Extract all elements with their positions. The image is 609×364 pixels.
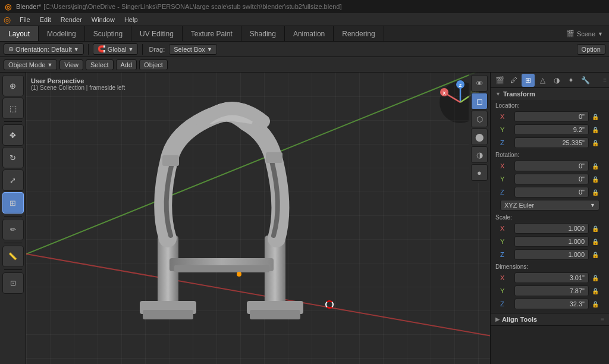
location-label: Location: [495, 102, 604, 110]
object-mode-btn[interactable]: Object Mode ▼ [4, 59, 57, 70]
viewport-display-btn[interactable]: 👁 [471, 75, 488, 92]
tab-shading[interactable]: Shading [241, 26, 285, 41]
add-label: Add [121, 61, 133, 68]
scene-icon: 🎬 [566, 30, 575, 37]
scale-x-row: X 1.000 🔒 [495, 222, 604, 235]
dim-x-lock-icon[interactable]: 🔒 [591, 274, 599, 282]
rpanel-mesh-btn[interactable]: △ [536, 74, 549, 87]
location-y-lock-icon[interactable]: 🔒 [591, 125, 599, 134]
rotation-y-input[interactable]: 0" [514, 174, 589, 184]
rpanel-object-btn[interactable]: ⊞ [522, 74, 535, 87]
rpanel-physics-btn[interactable]: 🔧 [579, 74, 592, 87]
chevron-down-icon: ▼ [590, 202, 595, 208]
svg-point-10 [237, 272, 241, 277]
rpanel-material-btn[interactable]: ◑ [550, 74, 563, 87]
scale-x-input[interactable]: 1.000 [514, 223, 589, 234]
option-btn[interactable]: Option [577, 44, 605, 55]
tab-layout[interactable]: Layout [0, 26, 39, 41]
dim-x-value[interactable]: 3.01" [514, 272, 589, 283]
dim-y-value[interactable]: 7.87" [514, 285, 589, 296]
rpanel-view-btn[interactable]: 🖊 [507, 74, 520, 87]
rotation-z-lock-icon[interactable]: 🔒 [591, 188, 599, 196]
menu-edit[interactable]: Edit [36, 15, 55, 24]
select-tool-btn[interactable]: ⬚ [2, 98, 24, 119]
location-y-row: Y 9.2" 🔒 [495, 123, 604, 136]
viewport-wireframe-btn[interactable]: ⬡ [471, 111, 488, 127]
annotate-tool-btn[interactable]: ✏ [2, 219, 24, 240]
menu-window[interactable]: Window [87, 15, 119, 24]
left-toolbar: ⊕ ⬚ ✥ ↻ ⤢ ⊞ ✏ 📏 ⊡ [0, 73, 26, 364]
tab-sculpting[interactable]: Sculpting [85, 26, 131, 41]
location-y-input[interactable]: 9.2" [514, 124, 589, 135]
dim-y-lock-icon[interactable]: 🔒 [591, 287, 599, 295]
object-label: Object [144, 61, 163, 68]
svg-rect-9 [174, 265, 269, 272]
3d-object [122, 99, 348, 338]
menu-render[interactable]: Render [56, 15, 86, 24]
viewport[interactable]: User Perspective (1) Scene Collection | … [26, 73, 490, 364]
view-menu-btn[interactable]: View [59, 59, 83, 70]
location-z-input[interactable]: 25.335" [514, 137, 589, 148]
dx-label: X [500, 274, 512, 281]
view-header: Object Mode ▼ View Select Add Object [0, 57, 609, 73]
rotation-y-lock-icon[interactable]: 🔒 [591, 175, 599, 183]
scale-z-lock-icon[interactable]: 🔒 [591, 250, 599, 259]
viewport-solid-btn[interactable]: ⬤ [471, 128, 488, 145]
blender-menu-logo[interactable]: ◎ [4, 15, 11, 24]
menu-file[interactable]: File [15, 15, 34, 24]
scale-y-lock-icon[interactable]: 🔒 [591, 237, 599, 246]
snap-btn[interactable]: 🧲 Global ▼ [93, 43, 139, 55]
cursor-tool-btn[interactable]: ⊕ [2, 75, 24, 96]
object-menu-btn[interactable]: Object [139, 59, 168, 70]
rotation-x-input[interactable]: 0" [514, 161, 589, 171]
tab-uv-editing[interactable]: UV Editing [131, 26, 183, 41]
add-menu-btn[interactable]: Add [116, 59, 137, 70]
chevron-down-icon: ▼ [207, 46, 212, 52]
global-orientation-btn[interactable]: ⊕ Orientation: Default ▼ [4, 43, 84, 55]
measure-tool-btn[interactable]: 📏 [2, 246, 24, 267]
rotation-mode-dropdown[interactable]: XYZ Euler ▼ [500, 200, 599, 211]
scale-z-input[interactable]: 1.000 [514, 249, 589, 260]
scale-y-input[interactable]: 1.000 [514, 236, 589, 247]
sx-label: X [500, 225, 512, 232]
file-path: [C:\Users\jsing\OneDrive - SingerLinks\P… [43, 3, 341, 10]
align-tools-header[interactable]: ▶ Align Tools ≡ [491, 313, 609, 325]
view-label: View [64, 61, 79, 68]
location-x-input[interactable]: 0" [514, 111, 589, 122]
tab-animation[interactable]: Animation [285, 26, 334, 41]
main-area: ⊕ ⬚ ✥ ↻ ⤢ ⊞ ✏ 📏 ⊡ User Perspective (1) S… [0, 73, 609, 364]
rotate-tool-btn[interactable]: ↻ [2, 147, 24, 168]
transform-arrow-icon: ▼ [495, 91, 501, 97]
transform-header[interactable]: ▼ Transform [491, 88, 609, 100]
viewport-rendered-btn[interactable]: ● [471, 164, 488, 181]
scale-tool-btn[interactable]: ⤢ [2, 170, 24, 191]
menu-help[interactable]: Help [120, 15, 142, 24]
rpanel-particle-btn[interactable]: ✦ [564, 74, 577, 87]
add-primitive-btn[interactable]: ⊡ [2, 272, 24, 294]
select-menu-btn[interactable]: Select [86, 59, 114, 70]
select-label: Select [90, 61, 109, 68]
rotation-x-lock-icon[interactable]: 🔒 [591, 162, 599, 170]
dim-z-lock-icon[interactable]: 🔒 [591, 300, 599, 308]
tab-texture-paint[interactable]: Texture Paint [183, 26, 241, 41]
location-x-lock-icon[interactable]: 🔒 [591, 112, 599, 121]
rotation-group: Rotation: X 0" 🔒 Y 0" 🔒 Z 0" 🔒 XYZ [491, 150, 609, 213]
tab-modeling[interactable]: Modeling [39, 26, 85, 41]
move-tool-btn[interactable]: ✥ [2, 124, 24, 146]
object-svg [122, 99, 348, 337]
tab-rendering[interactable]: Rendering [334, 26, 384, 41]
svg-rect-5 [250, 310, 300, 319]
scene-selector[interactable]: 🎬 Scene ▼ [560, 27, 609, 40]
location-z-lock-icon[interactable]: 🔒 [591, 139, 599, 147]
dim-z-value[interactable]: 32.3" [514, 299, 589, 309]
rotation-z-input[interactable]: 0" [514, 187, 589, 197]
transform-tool-btn[interactable]: ⊞ [2, 192, 24, 214]
rpanel-more-btn[interactable]: ≡ [603, 77, 607, 83]
scale-x-lock-icon[interactable]: 🔒 [591, 224, 599, 233]
rotation-x-row: X 0" 🔒 [495, 159, 604, 172]
rx-label: X [500, 162, 512, 170]
viewport-shading-btn[interactable]: ◻ [471, 93, 488, 109]
drag-value-btn[interactable]: Select Box ▼ [169, 44, 217, 55]
rpanel-scene-btn[interactable]: 🎬 [493, 74, 506, 87]
viewport-material-btn[interactable]: ◑ [471, 146, 488, 163]
